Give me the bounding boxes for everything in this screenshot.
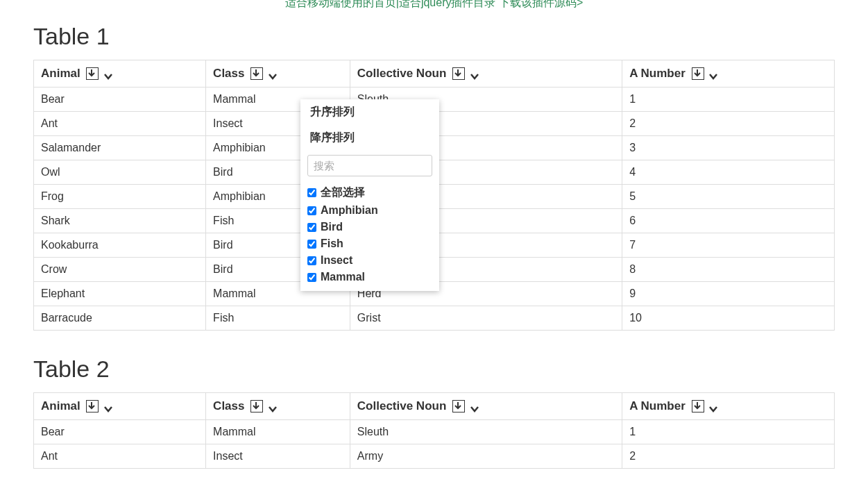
table-cell: Barracude xyxy=(34,306,206,331)
table-cell: 1 xyxy=(622,420,835,444)
table1-header-a-number[interactable]: A Number xyxy=(622,60,835,88)
filter-search-input[interactable] xyxy=(307,155,432,176)
chevron-down-icon[interactable] xyxy=(708,73,718,80)
header-label: Collective Noun xyxy=(357,399,446,412)
chevron-down-icon[interactable] xyxy=(470,73,479,80)
sort-arrow-icon[interactable] xyxy=(452,400,465,412)
table-cell: Salamander xyxy=(34,136,206,160)
sort-desc-button[interactable]: 降序排列 xyxy=(300,125,439,151)
table-cell: Bear xyxy=(34,88,206,112)
table-cell: 10 xyxy=(622,306,835,331)
table1-section: Table 1 Animal Class Collective Noun xyxy=(33,23,835,331)
sort-asc-button[interactable]: 升序排列 xyxy=(300,99,439,125)
header-label: A Number xyxy=(629,67,686,80)
filter-row[interactable]: Mammal xyxy=(307,269,432,285)
table-cell: Fish xyxy=(206,306,350,331)
table-cell: Frog xyxy=(34,185,206,209)
table2: Animal Class Collective Noun A Number xyxy=(33,392,835,469)
table-cell: Grist xyxy=(350,306,622,331)
table-cell: Ant xyxy=(34,112,206,136)
table-cell: 1 xyxy=(622,88,835,112)
header-label: Animal xyxy=(41,399,80,412)
sort-arrow-icon[interactable] xyxy=(250,67,263,80)
table1-header-class[interactable]: Class xyxy=(206,60,350,88)
sort-arrow-icon[interactable] xyxy=(692,67,704,80)
table-cell: Sleuth xyxy=(350,420,622,444)
sort-arrow-icon[interactable] xyxy=(250,400,263,412)
header-label: Class xyxy=(213,399,244,412)
filter-label: Amphibian xyxy=(321,204,378,217)
table-cell: Kookaburra xyxy=(34,233,206,258)
filter-row[interactable]: Amphibian xyxy=(307,202,432,219)
filter-label: Bird xyxy=(321,221,343,233)
table1-header-row: Animal Class Collective Noun A Number xyxy=(34,60,835,88)
filter-label: Insect xyxy=(321,254,352,267)
filter-checkbox[interactable] xyxy=(307,240,316,249)
header-label: Animal xyxy=(41,67,80,80)
chevron-down-icon[interactable] xyxy=(708,406,718,412)
filter-checkbox[interactable] xyxy=(307,223,316,232)
table-cell: 4 xyxy=(622,160,835,185)
chevron-down-icon[interactable] xyxy=(268,73,278,80)
filter-checkbox-select-all[interactable] xyxy=(307,188,316,197)
top-links[interactable]: 适合移动端使用的首页|适合jquery插件目录 下载该插件源码> xyxy=(33,0,835,10)
table-row: BearMammalSleuth1 xyxy=(34,420,835,444)
table2-header-a-number[interactable]: A Number xyxy=(622,393,835,420)
chevron-down-icon[interactable] xyxy=(470,406,479,412)
filter-row[interactable]: Fish xyxy=(307,235,432,252)
table2-header-animal[interactable]: Animal xyxy=(34,393,206,420)
table-cell: Army xyxy=(350,444,622,469)
top-links-text[interactable]: 适合移动端使用的首页|适合jquery插件目录 下载该插件源码> xyxy=(285,0,584,8)
filter-checkbox[interactable] xyxy=(307,206,316,215)
table-cell: 2 xyxy=(622,112,835,136)
filter-popup: 升序排列 降序排列 全部选择 Amphibian Bird Fish xyxy=(300,99,439,291)
table2-title: Table 2 xyxy=(33,356,835,383)
table-cell: 9 xyxy=(622,282,835,306)
table1-header-collective-noun[interactable]: Collective Noun xyxy=(350,60,622,88)
filter-label-select-all: 全部选择 xyxy=(321,185,365,200)
table-cell: 5 xyxy=(622,185,835,209)
table-cell: Crow xyxy=(34,258,206,282)
table-cell: 6 xyxy=(622,209,835,233)
chevron-down-icon[interactable] xyxy=(268,406,278,412)
table2-section: Table 2 Animal Class Collective Noun xyxy=(33,356,835,469)
table-cell: 3 xyxy=(622,136,835,160)
filter-row-select-all[interactable]: 全部选择 xyxy=(307,183,432,202)
table-cell: Owl xyxy=(34,160,206,185)
table-cell: 8 xyxy=(622,258,835,282)
sort-arrow-icon[interactable] xyxy=(86,400,99,412)
filter-checkbox[interactable] xyxy=(307,256,316,265)
table1-title: Table 1 xyxy=(33,23,835,50)
header-label: Collective Noun xyxy=(357,67,446,80)
table-cell: Insect xyxy=(206,444,350,469)
header-label: Class xyxy=(213,67,244,80)
chevron-down-icon[interactable] xyxy=(103,73,113,80)
sort-arrow-icon[interactable] xyxy=(452,67,465,80)
table2-header-class[interactable]: Class xyxy=(206,393,350,420)
sort-arrow-icon[interactable] xyxy=(86,67,99,80)
filter-search-wrap xyxy=(300,151,439,182)
table-cell: Bear xyxy=(34,420,206,444)
table-row: BarracudeFishGrist10 xyxy=(34,306,835,331)
filter-row[interactable]: Bird xyxy=(307,219,432,235)
filter-checkbox[interactable] xyxy=(307,273,316,282)
header-label: A Number xyxy=(629,399,686,412)
filter-row[interactable]: Insect xyxy=(307,252,432,269)
filter-label: Mammal xyxy=(321,271,365,283)
filter-list[interactable]: 全部选择 Amphibian Bird Fish Insect Mammal xyxy=(300,182,439,287)
table-cell: 2 xyxy=(622,444,835,469)
sort-arrow-icon[interactable] xyxy=(692,400,704,412)
table-cell: Ant xyxy=(34,444,206,469)
table1-header-animal[interactable]: Animal xyxy=(34,60,206,88)
chevron-down-icon[interactable] xyxy=(103,406,113,412)
table2-header-collective-noun[interactable]: Collective Noun xyxy=(350,393,622,420)
table-cell: Shark xyxy=(34,209,206,233)
filter-label: Fish xyxy=(321,238,343,250)
table-cell: Mammal xyxy=(206,420,350,444)
table-cell: 7 xyxy=(622,233,835,258)
table-cell: Elephant xyxy=(34,282,206,306)
table2-header-row: Animal Class Collective Noun A Number xyxy=(34,393,835,420)
table-row: AntInsectArmy2 xyxy=(34,444,835,469)
